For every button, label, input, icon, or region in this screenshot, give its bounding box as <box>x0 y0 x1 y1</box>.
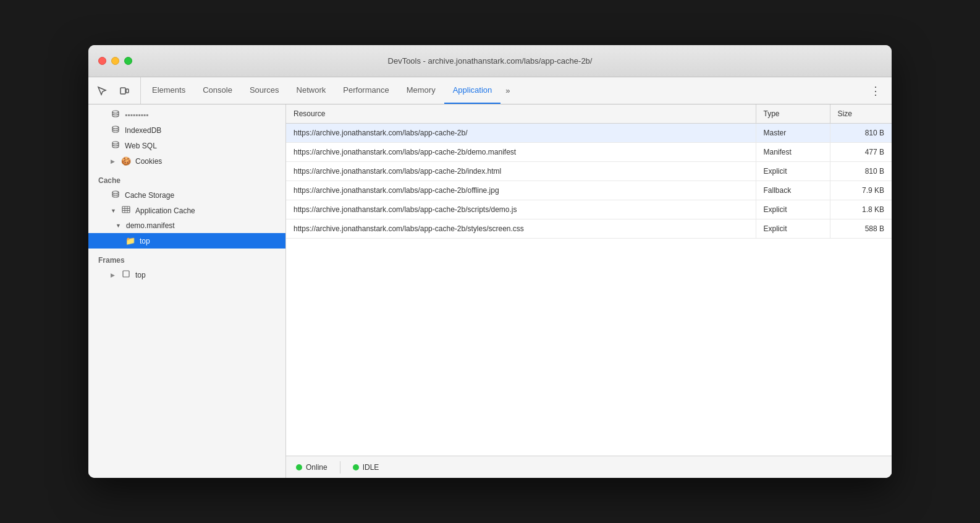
cell-resource: https://archive.jonathanstark.com/labs/a… <box>286 162 756 181</box>
sidebar-item-label: Application Cache <box>135 206 195 215</box>
traffic-lights <box>98 57 132 65</box>
status-separator <box>340 461 340 474</box>
cell-resource: https://archive.jonathanstark.com/labs/a… <box>286 143 756 162</box>
idle-status: IDLE <box>353 463 379 472</box>
indexed-db-icon <box>111 125 120 135</box>
sidebar-item-cookies[interactable]: ▶ 🍪 Cookies <box>88 153 285 169</box>
cell-type: Fallback <box>756 181 830 200</box>
tab-application[interactable]: Application <box>444 77 501 104</box>
db-icon <box>111 110 120 119</box>
sidebar-item-demo-manifest[interactable]: ▼ demo.manifest <box>88 218 285 233</box>
online-dot <box>296 464 302 470</box>
sidebar-item-label: Cache Storage <box>125 191 174 200</box>
maximize-button[interactable] <box>124 57 132 65</box>
cell-type: Master <box>756 124 830 143</box>
table-row[interactable]: https://archive.jonathanstark.com/labs/a… <box>286 219 892 239</box>
cell-resource: https://archive.jonathanstark.com/labs/a… <box>286 124 756 143</box>
more-tabs-button[interactable]: » <box>501 77 515 104</box>
arrow-down-icon: ▼ <box>111 208 117 214</box>
toolbar-devtools-icons <box>93 77 141 104</box>
cell-size: 1.8 KB <box>830 200 892 219</box>
arrow-icon: ▶ <box>111 158 117 164</box>
sidebar-item-label: top <box>135 271 146 279</box>
frame-icon <box>121 270 131 279</box>
sidebar-item-application-cache[interactable]: ▼ Application Cache <box>88 203 285 218</box>
arrow-right-icon: ▶ <box>111 272 117 278</box>
sidebar-item-label: IndexedDB <box>125 126 161 135</box>
sidebar-item-label: demo.manifest <box>126 221 175 230</box>
kebab-menu-button[interactable]: ⋮ <box>867 82 884 100</box>
table-row[interactable]: https://archive.jonathanstark.com/labs/a… <box>286 162 892 181</box>
cookie-icon: 🍪 <box>121 156 131 166</box>
tab-network[interactable]: Network <box>288 77 335 104</box>
idle-dot <box>353 464 359 470</box>
table-container: Resource Type Size https://archive.jonat… <box>286 104 892 456</box>
tab-elements[interactable]: Elements <box>143 77 194 104</box>
inspect-element-button[interactable] <box>93 82 111 100</box>
svg-point-3 <box>112 126 119 129</box>
table-row[interactable]: https://archive.jonathanstark.com/labs/a… <box>286 181 892 200</box>
cell-size: 7.9 KB <box>830 181 892 200</box>
column-header-resource: Resource <box>286 104 756 124</box>
cell-type: Explicit <box>756 219 830 239</box>
sidebar-item-local-storage[interactable]: ▪▪▪▪▪▪▪▪▪ <box>88 107 285 122</box>
frames-section-label: Frames <box>88 249 285 267</box>
cell-type: Manifest <box>756 143 830 162</box>
sidebar-item-label: top <box>140 237 150 245</box>
column-header-type: Type <box>756 104 830 124</box>
idle-label: IDLE <box>363 463 379 472</box>
table-header-row: Resource Type Size <box>286 104 892 124</box>
cell-type: Explicit <box>756 200 830 219</box>
svg-point-5 <box>112 191 119 193</box>
close-button[interactable] <box>98 57 106 65</box>
device-toolbar-button[interactable] <box>116 82 133 100</box>
table-row[interactable]: https://archive.jonathanstark.com/labs/a… <box>286 124 892 143</box>
tab-console[interactable]: Console <box>194 77 241 104</box>
statusbar: Online IDLE <box>286 456 892 478</box>
sidebar-item-websql[interactable]: Web SQL <box>88 138 285 153</box>
svg-rect-0 <box>120 88 125 94</box>
cell-size: 810 B <box>830 124 892 143</box>
arrow-down-icon: ▼ <box>116 223 122 229</box>
sidebar-item-cache-storage[interactable]: Cache Storage <box>88 187 285 203</box>
svg-rect-6 <box>122 206 130 213</box>
web-sql-icon <box>111 141 120 150</box>
svg-point-2 <box>112 111 119 113</box>
sidebar-item-indexeddb[interactable]: IndexedDB <box>88 122 285 138</box>
cell-size: 477 B <box>830 143 892 162</box>
cell-resource: https://archive.jonathanstark.com/labs/a… <box>286 181 756 200</box>
toolbar: Elements Console Sources Network Perform… <box>88 77 892 104</box>
sidebar-item-label: Cookies <box>135 157 162 166</box>
online-label: Online <box>306 463 327 472</box>
online-status: Online <box>296 463 327 472</box>
cell-size: 588 B <box>830 219 892 239</box>
cell-size: 810 B <box>830 162 892 181</box>
table-row[interactable]: https://archive.jonathanstark.com/labs/a… <box>286 143 892 162</box>
sidebar-item-label: ▪▪▪▪▪▪▪▪▪ <box>125 111 148 119</box>
tab-performance[interactable]: Performance <box>334 77 397 104</box>
svg-rect-11 <box>123 271 129 277</box>
main-area: ▪▪▪▪▪▪▪▪▪ IndexedDB Web SQL ▶ 🍪 Cookies <box>88 104 892 478</box>
resources-table: Resource Type Size https://archive.jonat… <box>286 104 892 239</box>
folder-icon: 📁 <box>125 236 135 245</box>
sidebar: ▪▪▪▪▪▪▪▪▪ IndexedDB Web SQL ▶ 🍪 Cookies <box>88 104 286 478</box>
app-cache-icon <box>121 206 131 215</box>
cell-resource: https://archive.jonathanstark.com/labs/a… <box>286 200 756 219</box>
sidebar-item-top-frame[interactable]: ▶ top <box>88 267 285 283</box>
window-title: DevTools - archive.jonathanstark.com/lab… <box>388 56 593 66</box>
svg-point-4 <box>112 142 119 144</box>
tab-memory[interactable]: Memory <box>398 77 444 104</box>
cache-storage-icon <box>111 190 120 200</box>
titlebar: DevTools - archive.jonathanstark.com/lab… <box>88 45 892 77</box>
svg-rect-1 <box>126 89 129 93</box>
cell-resource: https://archive.jonathanstark.com/labs/a… <box>286 219 756 239</box>
table-row[interactable]: https://archive.jonathanstark.com/labs/a… <box>286 200 892 219</box>
content-area: Resource Type Size https://archive.jonat… <box>286 104 892 478</box>
cell-type: Explicit <box>756 162 830 181</box>
tab-sources[interactable]: Sources <box>241 77 288 104</box>
minimize-button[interactable] <box>111 57 119 65</box>
toolbar-end: ⋮ <box>867 77 892 104</box>
sidebar-item-top-cache[interactable]: 📁 top <box>88 233 285 249</box>
cache-section-label: Cache <box>88 169 285 187</box>
devtools-window: DevTools - archive.jonathanstark.com/lab… <box>88 45 892 478</box>
